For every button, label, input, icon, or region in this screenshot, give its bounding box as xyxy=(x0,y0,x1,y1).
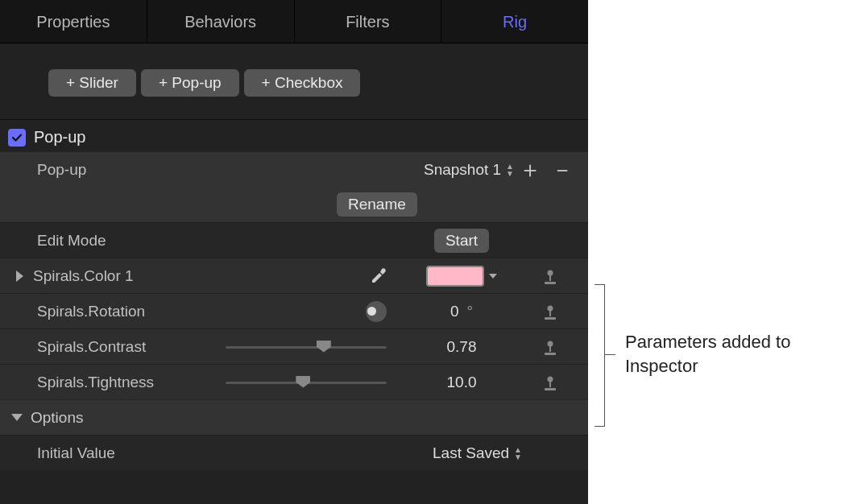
add-checkbox-button[interactable]: + Checkbox xyxy=(244,69,361,97)
svg-point-6 xyxy=(548,341,553,346)
svg-point-9 xyxy=(548,376,553,382)
options-header-row[interactable]: Options xyxy=(0,399,588,435)
popup-snapshot-row: Pop-up Snapshot 1 ▲▼ ＋ － xyxy=(0,151,588,187)
degree-unit: ° xyxy=(466,303,473,320)
inspector-tabs: Properties Behaviors Filters Rig xyxy=(0,0,588,43)
svg-rect-4 xyxy=(549,311,551,316)
snapshot-remove-button[interactable]: － xyxy=(551,155,574,185)
tightness-value[interactable]: 10.0 xyxy=(447,374,477,391)
edit-mode-label: Edit Mode xyxy=(37,232,238,250)
initial-value-row: Initial Value Last Saved ▲▼ xyxy=(0,435,588,470)
rotation-value[interactable]: 0 xyxy=(450,303,459,320)
popup-section-title: Pop-up xyxy=(34,128,86,147)
initial-value-label: Initial Value xyxy=(37,444,238,462)
joystick-icon[interactable] xyxy=(542,303,558,320)
param-tightness-label: Spirals.Tightness xyxy=(37,374,178,391)
param-rotation-label: Spirals.Rotation xyxy=(37,303,178,320)
color-swatch[interactable] xyxy=(426,266,484,287)
snapshot-select[interactable]: Snapshot 1 ▲▼ xyxy=(424,161,514,179)
edit-mode-row: Edit Mode Start xyxy=(0,222,588,258)
edit-mode-start-button[interactable]: Start xyxy=(434,229,489,253)
svg-rect-8 xyxy=(545,353,556,355)
svg-point-0 xyxy=(548,270,553,275)
param-tightness-row: Spirals.Tightness 10.0 xyxy=(0,364,588,399)
param-rotation-row: Spirals.Rotation 0 ° xyxy=(0,293,588,328)
stepper-arrows-icon: ▲▼ xyxy=(506,163,514,176)
rename-row: Rename xyxy=(0,187,588,222)
tab-rig[interactable]: Rig xyxy=(441,0,588,43)
param-contrast-row: Spirals.Contrast 0.78 xyxy=(0,328,588,364)
annotation-callout: Parameters added to Inspector xyxy=(588,282,810,427)
tab-behaviors[interactable]: Behaviors xyxy=(147,0,295,43)
rotation-dial[interactable] xyxy=(366,301,387,322)
rename-button[interactable]: Rename xyxy=(337,192,417,217)
popup-enable-checkbox[interactable] xyxy=(8,129,26,147)
add-widget-row: + Slider + Pop-up + Checkbox xyxy=(0,43,588,119)
disclosure-triangle-down-icon xyxy=(11,414,23,421)
popup-label: Pop-up xyxy=(37,161,238,179)
options-label: Options xyxy=(31,409,83,427)
contrast-slider[interactable] xyxy=(226,339,387,355)
snapshot-add-button[interactable]: ＋ xyxy=(519,155,541,185)
stepper-arrows-icon: ▲▼ xyxy=(514,447,522,460)
disclosure-triangle-icon[interactable] xyxy=(16,271,23,282)
chevron-down-icon[interactable] xyxy=(489,274,497,279)
svg-rect-2 xyxy=(545,282,556,284)
initial-value-select[interactable]: Last Saved ▲▼ xyxy=(433,444,522,462)
svg-rect-7 xyxy=(549,346,551,352)
joystick-icon[interactable] xyxy=(542,374,558,391)
contrast-value[interactable]: 0.78 xyxy=(447,338,477,356)
joystick-icon[interactable] xyxy=(542,267,558,285)
add-slider-button[interactable]: + Slider xyxy=(48,69,136,97)
add-popup-button[interactable]: + Pop-up xyxy=(141,69,239,97)
param-contrast-label: Spirals.Contrast xyxy=(37,338,178,356)
svg-rect-1 xyxy=(549,275,551,281)
param-color-row: Spirals.Color 1 xyxy=(0,258,588,293)
svg-rect-10 xyxy=(549,382,551,387)
tab-filters[interactable]: Filters xyxy=(295,0,442,43)
initial-value-text: Last Saved xyxy=(433,444,509,462)
bracket-icon xyxy=(594,284,619,425)
tightness-slider[interactable] xyxy=(226,374,387,390)
svg-rect-11 xyxy=(545,388,556,390)
svg-point-3 xyxy=(548,305,553,311)
popup-section-header: Pop-up xyxy=(0,120,588,151)
param-color-label: Spirals.Color 1 xyxy=(33,267,134,285)
joystick-icon[interactable] xyxy=(542,338,558,356)
annotation-text: Parameters added to Inspector xyxy=(625,330,810,378)
snapshot-value: Snapshot 1 xyxy=(424,161,501,179)
eyedropper-icon[interactable] xyxy=(369,266,388,286)
svg-rect-5 xyxy=(545,317,556,320)
inspector-panel: Properties Behaviors Filters Rig + Slide… xyxy=(0,0,588,504)
tab-properties[interactable]: Properties xyxy=(0,0,147,43)
